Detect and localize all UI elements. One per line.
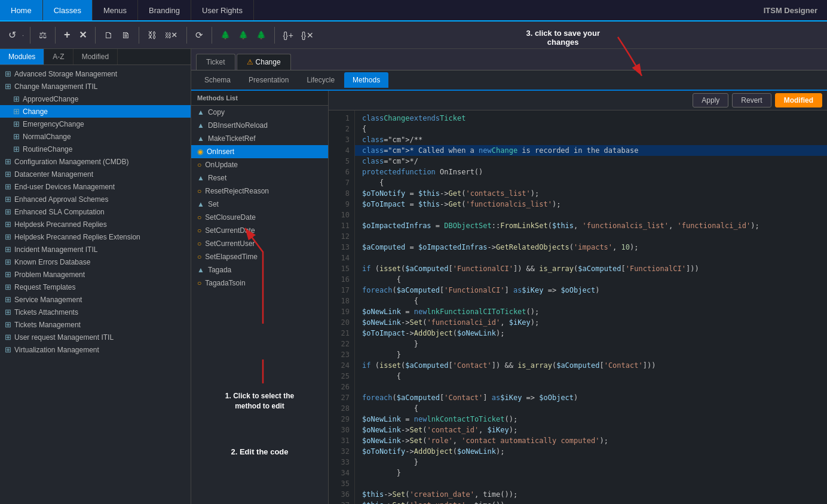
method-item-setclosuredate[interactable]: ○SetClosureDate — [191, 211, 328, 224]
sidebar-item-label: End-user Devices Management — [14, 183, 115, 191]
line-number: 18 — [329, 296, 354, 306]
nav-tab-home[interactable]: Home — [0, 0, 43, 20]
nav-tab-classes[interactable]: Classes — [43, 0, 93, 20]
editor-toolbar: Apply Revert Modified — [329, 91, 827, 110]
method-item-onupdate[interactable]: ○OnUpdate — [191, 158, 328, 171]
toolbar-separator-6 — [212, 27, 212, 44]
sidebar-item-request-templates[interactable]: ⊞Request Templates — [0, 281, 191, 293]
method-item-resetrejectreason[interactable]: ○ResetRejectReason — [191, 185, 328, 198]
code-line-19: $oNewLink = new lnkFunctionalCIToTicket(… — [355, 306, 827, 317]
sidebar-item-helpdesk-precanned[interactable]: ⊞Helpdesk Precanned Replies — [0, 218, 191, 231]
sidebar-tab-modified[interactable]: Modified — [73, 49, 118, 64]
method-item-setcurrentdate[interactable]: ○SetCurrentDate — [191, 224, 328, 237]
line-number: 26 — [329, 382, 354, 392]
code-line-29: $oNewLink = new lnkContactToTicket(); — [355, 414, 827, 425]
sidebar-item-label: Service Management — [14, 296, 82, 304]
sidebar-item-config-mgmt[interactable]: ⊞Configuration Management (CMDB) — [0, 155, 191, 168]
line-number: 19 — [329, 306, 354, 317]
code-icon[interactable]: {} + — [281, 28, 295, 42]
code-line-6: protected function OnInsert() — [355, 167, 827, 177]
sidebar-item-label: Change — [23, 107, 48, 116]
method-item-tagada[interactable]: ▲Tagada — [191, 263, 328, 276]
link2-icon[interactable]: ⛓✕ — [163, 29, 180, 41]
code-line-37: $this->Set('last_update', time()); — [355, 500, 827, 504]
apply-button[interactable]: Apply — [693, 93, 728, 107]
revert-button[interactable]: Revert — [732, 93, 771, 107]
breadcrumb-ticket[interactable]: Ticket — [196, 54, 235, 70]
sub-tab-presentation[interactable]: Presentation — [240, 72, 297, 88]
sidebar-item-incident-mgmt[interactable]: ⊞Incident Management ITIL — [0, 243, 191, 256]
nav-tab-menus[interactable]: Menus — [93, 0, 138, 20]
sidebar-item-problem-mgmt[interactable]: ⊞Problem Management — [0, 268, 191, 281]
toolbar-separator-7 — [274, 27, 275, 44]
sidebar-item-emergency-change[interactable]: ⊞EmergencyChange — [0, 118, 191, 130]
nav-tab-branding[interactable]: Branding — [138, 0, 191, 20]
line-number: 4 — [329, 145, 354, 156]
page-icon[interactable]: 🗋 — [102, 27, 115, 42]
sub-tab-lifecycle[interactable]: Lifecycle — [298, 72, 343, 88]
code2-icon[interactable]: {} ✕ — [299, 28, 316, 42]
delete-icon[interactable]: ✕ — [76, 27, 89, 43]
balance-icon[interactable]: ⚖ — [36, 27, 49, 43]
method-label: SetCurrentDate — [205, 226, 255, 235]
sidebar-item-approved-change[interactable]: ⊞ApprovedChange — [0, 93, 191, 105]
sub-tab-schema[interactable]: Schema — [196, 72, 239, 88]
method-item-copy[interactable]: ▲Copy — [191, 106, 328, 119]
link-icon[interactable]: ⛓ — [145, 27, 159, 42]
add-icon[interactable]: + — [62, 26, 73, 44]
sidebar-item-user-request[interactable]: ⊞User request Management ITIL — [0, 331, 191, 343]
code-line-5: class="cm">*/ — [355, 156, 827, 167]
page2-icon[interactable]: 🗎 — [119, 27, 133, 42]
sidebar-item-normal-change[interactable]: ⊞NormalChange — [0, 130, 191, 143]
sync-icon[interactable]: ⟳ — [193, 27, 206, 43]
sidebar-tab-modules[interactable]: Modules — [0, 49, 44, 64]
code-line-23: } — [355, 349, 827, 360]
line-number: 8 — [329, 188, 354, 199]
tree2-icon[interactable]: 🌲 — [236, 28, 250, 42]
line-number: 33 — [329, 457, 354, 468]
sidebar-item-service-mgmt[interactable]: ⊞Service Management — [0, 293, 191, 306]
sub-tab-methods[interactable]: Methods — [344, 72, 388, 88]
sidebar-tab-az[interactable]: A-Z — [44, 49, 73, 64]
method-item-set[interactable]: ▲Set — [191, 198, 328, 211]
tree-icon[interactable]: 🌲 — [218, 28, 232, 42]
nav-tab-userrights[interactable]: User Rights — [191, 0, 254, 20]
method-item-oninsert[interactable]: ◉OnInsert — [191, 145, 328, 158]
method-item-maketicketref[interactable]: ▲MakeTicketRef — [191, 132, 328, 145]
method-label: ResetRejectReason — [205, 187, 269, 195]
annotation-step1: 1. Click to select the method to edit — [191, 391, 328, 411]
sidebar-item-end-user[interactable]: ⊞End-user Devices Management — [0, 180, 191, 193]
method-item-setelapsedtime[interactable]: ○SetElapsedTime — [191, 250, 328, 263]
method-item-setcurrentuser[interactable]: ○SetCurrentUser — [191, 237, 328, 250]
method-item-reset[interactable]: ▲Reset — [191, 171, 328, 185]
method-item-tagadatsoin[interactable]: ○TagadaTsoin — [191, 276, 328, 290]
sidebar-item-label: Helpdesk Precanned Replies — [14, 220, 107, 229]
code-line-4: class="cm">* Called when a new Change is… — [355, 145, 827, 156]
sidebar-item-tickets-attachments[interactable]: ⊞Tickets Attachments — [0, 306, 191, 318]
code-line-34: } — [355, 468, 827, 478]
sidebar-item-enhanced-approval[interactable]: ⊞Enhanced Approval Schemes — [0, 193, 191, 205]
sidebar-item-adv-storage[interactable]: ⊞Advanced Storage Management — [0, 67, 191, 80]
sidebar-item-label: Helpdesk Precanned Replies Extension — [14, 233, 140, 241]
sidebar-item-change-mgmt[interactable]: ⊞Change Management ITIL — [0, 80, 191, 93]
line-number: 25 — [329, 371, 354, 382]
method-item-dbinsert[interactable]: ▲DBInsertNoReload — [191, 119, 328, 132]
code-scroll[interactable]: 1234567891011121314151617181920212223242… — [329, 110, 827, 504]
sidebar-item-helpdesk-precanned-ext[interactable]: ⊞Helpdesk Precanned Replies Extension — [0, 231, 191, 243]
line-number: 1 — [329, 113, 354, 124]
line-number: 9 — [329, 199, 354, 210]
sidebar-item-datacenter[interactable]: ⊞Datacenter Management — [0, 168, 191, 180]
modified-button[interactable]: Modified — [775, 93, 822, 107]
tree3-icon[interactable]: 🌲 — [254, 28, 268, 42]
sidebar-item-virtualization[interactable]: ⊞Virtualization Management — [0, 343, 191, 356]
sidebar-item-routine-change[interactable]: ⊞RoutineChange — [0, 143, 191, 155]
annotation-step3: 3. click to save your changes — [526, 29, 600, 47]
breadcrumb-change[interactable]: ⚠Change — [237, 54, 291, 70]
sidebar-item-known-errors[interactable]: ⊞Known Errors Database — [0, 256, 191, 268]
sidebar-item-tickets-mgmt[interactable]: ⊞Tickets Management — [0, 318, 191, 331]
sidebar-item-label: Incident Management ITIL — [14, 245, 97, 254]
sidebar-item-enhanced-sla[interactable]: ⊞Enhanced SLA Computation — [0, 205, 191, 218]
code-content[interactable]: class Change extends Ticket{ class="cm">… — [355, 110, 827, 504]
sidebar-item-change[interactable]: ⊞Change — [0, 105, 191, 118]
undo-icon[interactable]: ↺ — [6, 27, 19, 43]
